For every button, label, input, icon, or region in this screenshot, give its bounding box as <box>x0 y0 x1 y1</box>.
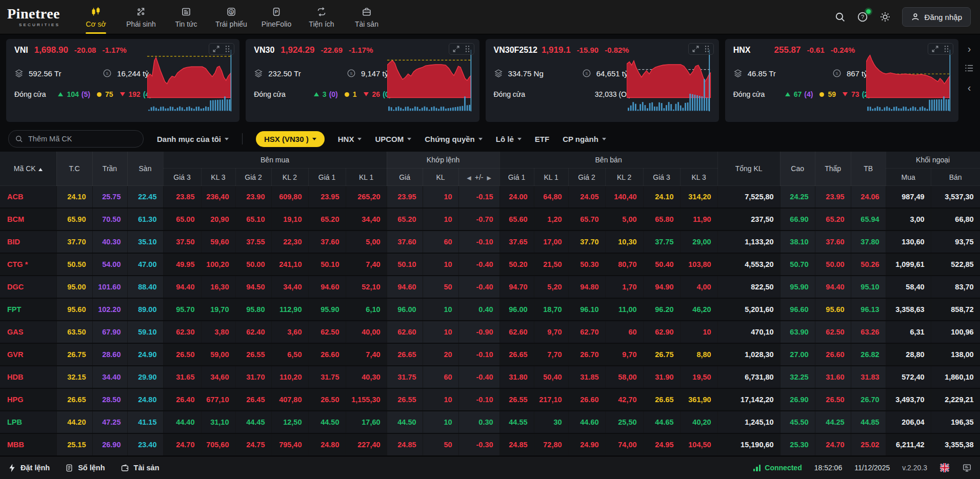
price-cell[interactable]: 50.30 <box>568 253 605 276</box>
price-cell[interactable]: -0.10 <box>458 231 499 253</box>
drag-grid-icon[interactable] <box>943 45 950 53</box>
price-cell[interactable]: 65.70 <box>568 208 605 231</box>
price-cell[interactable]: 1,099,61 <box>886 253 931 276</box>
exchange-hnx-dropdown[interactable]: HNX <box>338 135 362 143</box>
price-cell[interactable]: 49.95 <box>163 253 201 276</box>
price-cell[interactable]: 241,10 <box>271 253 308 276</box>
price-cell[interactable]: 93,75 <box>931 231 980 253</box>
price-cell[interactable]: -0.40 <box>458 253 499 276</box>
price-cell[interactable]: -0.10 <box>458 343 499 366</box>
price-cell[interactable]: 8,80 <box>680 343 717 366</box>
price-cell[interactable]: 5,201,60 <box>717 298 780 321</box>
table-row[interactable]: MBB25.1526.9023.4024.70705,6024.75795,40… <box>0 433 980 456</box>
price-cell[interactable]: 407,80 <box>271 388 308 411</box>
ticker-symbol[interactable]: HDB <box>0 366 56 388</box>
price-cell[interactable]: -0.10 <box>458 388 499 411</box>
price-cell[interactable]: 6,50 <box>271 343 308 366</box>
col-header-foreign-buy[interactable]: Mua <box>886 169 931 186</box>
price-cell[interactable]: 62.70 <box>568 321 605 343</box>
price-cell[interactable]: 3,537,30 <box>931 186 980 209</box>
price-cell[interactable]: 10 <box>423 388 458 411</box>
col-header-bid-price3[interactable]: Giá 3 <box>163 169 201 186</box>
price-cell[interactable]: 31.85 <box>568 366 605 388</box>
col-header-total-vol[interactable]: Tổng KL <box>717 152 780 186</box>
price-cell[interactable]: -0.70 <box>458 208 499 231</box>
price-cell[interactable]: 10 <box>423 298 458 321</box>
price-cell[interactable]: 50.10 <box>387 253 423 276</box>
price-cell[interactable]: 9,70 <box>605 343 643 366</box>
price-cell[interactable]: 3,80 <box>201 321 235 343</box>
price-cell[interactable]: 6,731,80 <box>717 366 780 388</box>
index-card-vn30[interactable]: VN301,924.29-22.69-1.17% 232.50 TrS9,147… <box>246 39 479 122</box>
price-cell[interactable]: 24.06 <box>851 186 886 209</box>
col-header-bid-price2[interactable]: Giá 2 <box>235 169 271 186</box>
price-cell[interactable]: 44.25 <box>815 411 851 433</box>
price-cell[interactable]: 6,31 <box>886 321 931 343</box>
price-cell[interactable]: 26.65 <box>643 388 680 411</box>
price-cell[interactable]: 25.15 <box>56 433 92 456</box>
price-cell[interactable]: 26.55 <box>235 343 271 366</box>
price-cell[interactable]: 5,00 <box>346 231 387 253</box>
table-row[interactable]: BID37.7040.3035.1037.5059,6037.5522,3037… <box>0 231 980 253</box>
table-row[interactable]: BCM65.9070.5061.3065.0020,9065.1019,1065… <box>0 208 980 231</box>
price-cell[interactable]: 100,96 <box>931 321 980 343</box>
price-cell[interactable]: 95.70 <box>163 298 201 321</box>
odd-lot-dropdown[interactable]: Lô lẻ <box>496 135 522 143</box>
price-cell[interactable]: 24.85 <box>499 433 534 456</box>
tab-phai-sinh[interactable]: Phái sinh <box>118 0 164 34</box>
price-cell[interactable]: 96.00 <box>387 298 423 321</box>
price-cell[interactable]: 10 <box>423 208 458 231</box>
price-cell[interactable]: 17,00 <box>534 231 568 253</box>
col-header-ask-price1[interactable]: Giá 1 <box>499 169 534 186</box>
price-cell[interactable]: 96.60 <box>780 298 815 321</box>
col-header-ask-vol1[interactable]: KL 1 <box>534 169 568 186</box>
expand-icon[interactable] <box>212 45 220 53</box>
price-cell[interactable]: 10 <box>423 411 458 433</box>
price-cell[interactable]: 62.90 <box>643 321 680 343</box>
tab-co-so[interactable]: Cơ sở <box>73 0 118 34</box>
expand-icon[interactable] <box>931 45 939 53</box>
price-cell[interactable]: 46,20 <box>680 298 717 321</box>
tab-trai-phieu[interactable]: S Trái phiếu <box>209 0 254 34</box>
col-header-ceiling[interactable]: Trần <box>92 152 127 186</box>
price-cell[interactable]: 26.82 <box>851 343 886 366</box>
price-cell[interactable]: 59,00 <box>201 343 235 366</box>
price-cell[interactable]: 24.00 <box>499 186 534 209</box>
assets-button[interactable]: Tài sản <box>121 464 159 472</box>
expand-icon[interactable] <box>452 45 460 53</box>
price-cell[interactable]: 24.95 <box>643 433 680 456</box>
price-cell[interactable]: 26.70 <box>568 343 605 366</box>
price-cell[interactable]: 237,50 <box>717 208 780 231</box>
price-cell[interactable]: 94.60 <box>387 276 423 298</box>
price-cell[interactable]: 63.50 <box>56 321 92 343</box>
price-cell[interactable]: 95.10 <box>851 276 886 298</box>
price-cell[interactable]: 54.00 <box>92 253 127 276</box>
price-cell[interactable]: 42,70 <box>605 388 643 411</box>
price-cell[interactable]: 4,00 <box>680 276 717 298</box>
price-cell[interactable]: 44.40 <box>163 411 201 433</box>
price-cell[interactable]: 4,553,20 <box>717 253 780 276</box>
price-cell[interactable]: 0.30 <box>458 411 499 433</box>
price-cell[interactable]: 37.60 <box>387 231 423 253</box>
price-cell[interactable]: 100,20 <box>201 253 235 276</box>
price-cell[interactable]: 23.90 <box>235 186 271 209</box>
place-order-button[interactable]: Đặt lệnh <box>8 464 50 472</box>
price-cell[interactable]: 1,860,10 <box>931 366 980 388</box>
table-row[interactable]: GAS63.5067.9059.1062.303,8062.403,6062.5… <box>0 321 980 343</box>
price-cell[interactable]: 29,00 <box>680 231 717 253</box>
col-header-foreign-sell[interactable]: Bán <box>931 169 980 186</box>
price-cell[interactable]: 572,40 <box>886 366 931 388</box>
price-cell[interactable]: 314,20 <box>680 186 717 209</box>
price-cell[interactable]: 24.80 <box>308 433 346 456</box>
price-cell[interactable]: 34.40 <box>92 366 127 388</box>
exchange-upcom-dropdown[interactable]: UPCOM <box>375 135 411 143</box>
price-cell[interactable]: 18,70 <box>534 298 568 321</box>
price-cell[interactable]: 65.20 <box>308 208 346 231</box>
price-cell[interactable]: 59,60 <box>201 231 235 253</box>
price-cell[interactable]: 26.75 <box>56 343 92 366</box>
price-cell[interactable]: 62.50 <box>308 321 346 343</box>
price-cell[interactable]: 44.65 <box>643 411 680 433</box>
price-cell[interactable]: 6,10 <box>346 298 387 321</box>
ticker-symbol[interactable]: HPG <box>0 388 56 411</box>
price-cell[interactable]: 26.55 <box>499 388 534 411</box>
